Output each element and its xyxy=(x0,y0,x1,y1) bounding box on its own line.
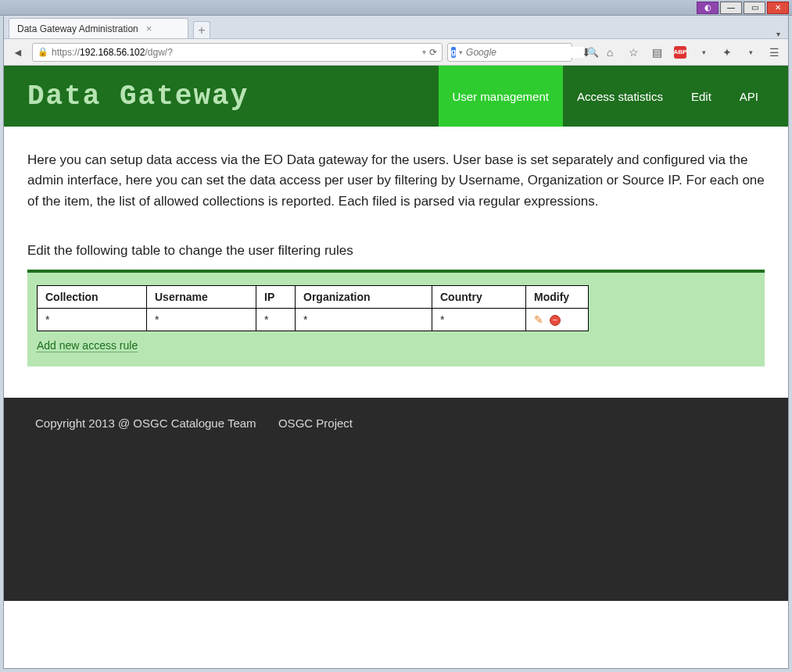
table-header-row: Collection Username IP Organization Coun… xyxy=(38,286,589,309)
browser-frame: Data Gateway Administration × + ▾ ◄ 🔒 ht… xyxy=(3,16,789,669)
intro-text: Here you can setup data access via the E… xyxy=(27,150,765,212)
adblock-dropdown[interactable]: ▾ xyxy=(694,43,713,62)
browser-tab[interactable]: Data Gateway Administration × xyxy=(9,18,188,38)
main-nav: User management Access statistics Edit A… xyxy=(439,66,772,127)
menu-button[interactable]: ☰ xyxy=(765,43,783,62)
nav-api[interactable]: API xyxy=(726,66,772,127)
tab-title: Data Gateway Administration xyxy=(17,23,138,34)
cell-modify: ✎ − xyxy=(526,309,589,331)
downloads-button[interactable]: ⬇ xyxy=(577,43,596,62)
url-host: 192.168.56.102 xyxy=(80,47,145,58)
cell-organization: * xyxy=(296,309,432,331)
url-scheme: https:// xyxy=(52,47,80,58)
add-rule-link[interactable]: Add new access rule xyxy=(37,339,138,352)
nav-edit[interactable]: Edit xyxy=(677,66,726,127)
reload-icon[interactable]: ⟳ xyxy=(429,47,437,58)
col-organization: Organization xyxy=(296,286,432,309)
col-username: Username xyxy=(147,286,256,309)
tab-close-icon[interactable]: × xyxy=(146,23,152,34)
nav-access-statistics[interactable]: Access statistics xyxy=(563,66,677,127)
cell-username: * xyxy=(147,309,256,331)
table-row: * * * * * ✎ − xyxy=(38,309,589,331)
delete-icon[interactable]: − xyxy=(550,315,561,326)
rules-table: Collection Username IP Organization Coun… xyxy=(37,285,589,331)
page-content: Data Gateway User management Access stat… xyxy=(4,66,788,668)
addon-dropdown[interactable]: ▾ xyxy=(741,43,760,62)
reading-list-button[interactable]: ▤ xyxy=(647,43,666,62)
site-header: Data Gateway User management Access stat… xyxy=(4,66,788,127)
back-button[interactable]: ◄ xyxy=(9,43,27,62)
adblock-icon: ABP xyxy=(674,46,686,59)
maximize-button[interactable]: ▭ xyxy=(744,2,765,14)
cell-collection: * xyxy=(38,309,147,331)
site-footer: Copyright 2013 @ OSGC Catalogue Team OSG… xyxy=(4,398,788,601)
footer-project: OSGC Project xyxy=(278,416,353,430)
mask-button[interactable]: ◐ xyxy=(697,2,719,14)
tab-strip: Data Gateway Administration × + ▾ xyxy=(4,16,788,39)
new-tab-button[interactable]: + xyxy=(193,21,210,38)
url-path: /dgw/? xyxy=(145,47,172,58)
lock-icon: 🔒 xyxy=(38,47,48,57)
url-text: https://192.168.56.102/dgw/? xyxy=(52,47,419,58)
window-titlebar: ◐ — ▭ ✕ xyxy=(0,0,792,16)
url-dropdown-icon[interactable]: ▾ xyxy=(422,48,426,56)
browser-toolbar: ◄ 🔒 https://192.168.56.102/dgw/? ▾ ⟳ g ▾… xyxy=(4,39,788,66)
col-country: Country xyxy=(432,286,526,309)
search-dropdown-icon[interactable]: ▾ xyxy=(459,48,463,56)
cell-ip: * xyxy=(256,309,296,331)
rules-panel: Collection Username IP Organization Coun… xyxy=(27,270,765,366)
main-content: Here you can setup data access via the E… xyxy=(4,127,788,398)
home-button[interactable]: ⌂ xyxy=(600,43,619,62)
col-collection: Collection xyxy=(38,286,147,309)
nav-user-management[interactable]: User management xyxy=(439,66,563,127)
search-input[interactable] xyxy=(466,47,584,58)
table-caption: Edit the following table to change the u… xyxy=(27,243,765,259)
minimize-button[interactable]: — xyxy=(720,2,742,14)
cell-country: * xyxy=(432,309,526,331)
footer-copyright: Copyright 2013 @ OSGC Catalogue Team xyxy=(35,416,256,430)
col-modify: Modify xyxy=(526,286,589,309)
col-ip: IP xyxy=(256,286,296,309)
close-button[interactable]: ✕ xyxy=(767,2,789,14)
google-icon: g xyxy=(451,47,456,58)
adblock-button[interactable]: ABP xyxy=(671,43,690,62)
addon-button[interactable]: ✦ xyxy=(718,43,736,62)
url-box[interactable]: 🔒 https://192.168.56.102/dgw/? ▾ ⟳ xyxy=(32,43,443,62)
bookmark-star-button[interactable]: ☆ xyxy=(624,43,643,62)
search-box[interactable]: g ▾ 🔍 xyxy=(447,43,572,62)
pencil-icon[interactable]: ✎ xyxy=(534,313,543,326)
tabs-dropdown-icon[interactable]: ▾ xyxy=(776,30,780,38)
brand-title: Data Gateway xyxy=(27,80,249,113)
